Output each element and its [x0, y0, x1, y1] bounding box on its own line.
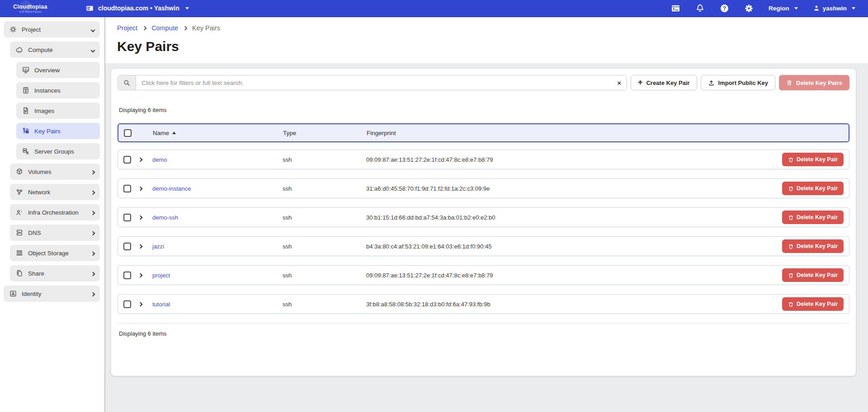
chevron-right-icon — [91, 189, 94, 196]
infra-orchestration-icon — [15, 208, 24, 216]
domain-project-switcher[interactable]: cloudtopiaa.com • Yashwin — [85, 4, 189, 13]
chevron-right-icon — [91, 169, 94, 175]
help-icon[interactable]: ? — [720, 4, 729, 13]
key-pair-name-link[interactable]: tutorial — [152, 301, 283, 308]
table-footer-divider — [118, 323, 849, 323]
key-pair-fingerprint: b4:3a:80:c4:af:53:21:09:e1:64:03:e6:1d:f… — [366, 243, 772, 250]
select-row-checkbox[interactable] — [123, 156, 131, 164]
key-pair-type: ssh — [283, 301, 366, 308]
sidebar-item-volumes[interactable]: Volumes — [10, 164, 100, 180]
search-input[interactable] — [136, 75, 627, 90]
breadcrumb-current: Key Pairs — [192, 24, 220, 32]
sidebar-item-object-storage[interactable]: Object Storage — [10, 245, 100, 261]
user-menu[interactable]: yashwin — [813, 5, 855, 12]
key-pair-fingerprint: 09:09:87:ae:13:51:27:2e:1f:cd:47:8c:e8:e… — [366, 272, 772, 279]
chevron-right-icon — [91, 209, 94, 216]
select-row-checkbox[interactable] — [123, 272, 131, 279]
select-row-checkbox[interactable] — [123, 185, 131, 192]
expand-row-icon[interactable] — [138, 186, 143, 191]
identity-card-icon — [9, 290, 17, 298]
table-row: tutorial ssh 3f:b8:a8:58:08:5b:32:18:d3:… — [118, 294, 849, 314]
settings-gear-icon[interactable] — [744, 4, 754, 13]
key-pair-name-link[interactable]: demo-instance — [152, 185, 283, 192]
chevron-right-icon — [91, 250, 94, 257]
create-key-pair-button[interactable]: + Create Key Pair — [631, 75, 697, 90]
expand-row-icon[interactable] — [138, 157, 143, 162]
trash-icon — [788, 215, 794, 220]
network-nodes-icon — [15, 188, 24, 196]
sidebar-item-overview[interactable]: Overview — [16, 62, 100, 78]
delete-key-pair-button[interactable]: Delete Key Pair — [782, 268, 844, 282]
sidebar-item-label: Compute — [28, 47, 53, 53]
expand-row-icon[interactable] — [138, 273, 143, 277]
delete-key-pair-button[interactable]: Delete Key Pair — [782, 211, 844, 224]
logo-title: Cloudtopiaa — [13, 4, 47, 10]
table-row: jazzi ssh b4:3a:80:c4:af:53:21:09:e1:64:… — [118, 236, 849, 256]
object-storage-stack-icon — [15, 249, 24, 257]
bulk-delete-key-pairs-button[interactable]: Delete Key Pairs — [779, 75, 849, 90]
cloudtopiaa-logo[interactable]: Cloudtopiaa Your Cloud Partner — [11, 4, 50, 13]
sidebar-item-server-groups[interactable]: Server Groups — [16, 143, 100, 159]
keypairs-lock-icon — [22, 127, 30, 135]
region-label: Region — [769, 5, 789, 12]
key-pair-name-link[interactable]: jazzi — [152, 243, 283, 250]
key-pair-fingerprint: 09:09:87:ae:13:51:27:2e:1f:cd:47:8c:e8:e… — [366, 156, 772, 163]
column-header-fingerprint[interactable]: Fingerprint — [367, 130, 772, 136]
breadcrumb-compute[interactable]: Compute — [151, 24, 178, 32]
column-header-type[interactable]: Type — [283, 130, 367, 136]
notifications-bell-icon[interactable] — [695, 4, 705, 13]
trash-icon — [788, 301, 794, 307]
svg-text:?: ? — [723, 5, 726, 11]
key-pair-type: ssh — [283, 214, 366, 221]
sidebar-item-label: Server Groups — [34, 148, 74, 155]
topbar: Cloudtopiaa Your Cloud Partner cloudtopi… — [0, 0, 868, 17]
key-pair-name-link[interactable]: project — [152, 272, 283, 279]
terminal-icon[interactable] — [671, 4, 680, 13]
key-pairs-panel: × + Create Key Pair Import Public Key De… — [111, 69, 856, 376]
trash-icon — [788, 186, 794, 192]
sidebar-item-network[interactable]: Network — [10, 184, 100, 200]
topbar-actions: ? Region yashwin — [671, 4, 855, 13]
sidebar-item-images[interactable]: Images — [16, 103, 100, 119]
page-title: Key Pairs — [117, 39, 868, 54]
select-all-checkbox[interactable] — [124, 129, 132, 137]
expand-row-icon[interactable] — [138, 302, 143, 306]
sidebar-item-share[interactable]: Share — [10, 265, 100, 281]
delete-key-pair-button[interactable]: Delete Key Pair — [782, 297, 844, 311]
sidebar-item-compute[interactable]: Compute — [10, 42, 100, 58]
select-row-checkbox[interactable] — [123, 300, 131, 308]
volumes-cube-icon — [15, 168, 24, 176]
expand-row-icon[interactable] — [138, 244, 143, 248]
key-pair-fingerprint: 3f:b8:a8:58:08:5b:32:18:d3:b0:fd:6a:47:9… — [366, 301, 772, 308]
sidebar-item-infra-orchestration[interactable]: Infra Orchestration — [10, 204, 100, 220]
sidebar-item-label: Overview — [34, 67, 60, 74]
key-pair-type: ssh — [283, 243, 366, 250]
clear-search-icon[interactable]: × — [617, 80, 621, 86]
sidebar-item-project[interactable]: Project — [4, 21, 100, 37]
key-pair-type: ssh — [283, 156, 366, 163]
key-pair-name-link[interactable]: demo — [152, 156, 283, 163]
sidebar-item-label: Key Pairs — [34, 128, 61, 135]
chevron-right-icon — [91, 229, 94, 236]
items-count-bottom: Displaying 6 items — [119, 330, 849, 337]
delete-key-pair-button[interactable]: Delete Key Pair — [782, 182, 844, 195]
sidebar-item-identity[interactable]: Identity — [4, 286, 100, 302]
import-public-key-button[interactable]: Import Public Key — [701, 75, 776, 90]
expand-row-icon[interactable] — [138, 215, 143, 220]
sidebar-item-key-pairs[interactable]: Key Pairs — [16, 123, 100, 139]
delete-key-pair-button[interactable]: Delete Key Pair — [782, 153, 844, 166]
column-header-name[interactable]: Name — [153, 130, 283, 136]
items-count-top: Displaying 6 items — [119, 107, 849, 113]
images-file-icon — [22, 107, 30, 115]
sidebar: Project Compute Overview Instances Image… — [0, 17, 105, 412]
sidebar-item-instances[interactable]: Instances — [16, 82, 100, 98]
sidebar-item-dns[interactable]: DNS — [10, 225, 100, 241]
chevron-right-icon — [183, 26, 188, 30]
breadcrumb-project[interactable]: Project — [117, 24, 137, 32]
select-row-checkbox[interactable] — [123, 214, 131, 221]
select-row-checkbox[interactable] — [123, 243, 131, 250]
key-pair-name-link[interactable]: demo-ssh — [152, 214, 283, 221]
region-dropdown[interactable]: Region — [769, 5, 798, 12]
trash-icon — [786, 80, 793, 86]
delete-key-pair-button[interactable]: Delete Key Pair — [782, 239, 844, 253]
